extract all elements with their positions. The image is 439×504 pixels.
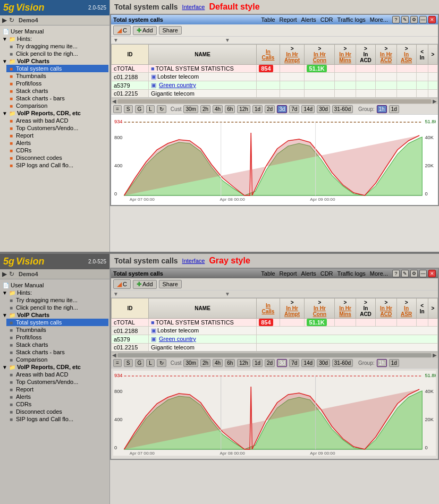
col-in-hr-acd[interactable]: >In HrACD bbox=[376, 45, 396, 65]
col-in-asr[interactable]: >InASR bbox=[396, 45, 416, 65]
btn-group-1h-b[interactable]: 1h bbox=[377, 359, 387, 367]
chart-btn-eq[interactable]: = bbox=[113, 105, 122, 113]
filter-button-b[interactable]: ◢ C bbox=[113, 279, 131, 289]
btn-6h-b[interactable]: 6h bbox=[225, 359, 235, 367]
btn-2d-b[interactable]: 2d bbox=[265, 359, 275, 367]
sidebar-bottom-thumbnails[interactable]: ■ Thumbnails bbox=[6, 326, 108, 334]
btn-1d-b[interactable]: 1d bbox=[252, 359, 263, 367]
sidebar-item-sip-logs[interactable]: ■ SIP logs and Call flo... bbox=[6, 161, 108, 169]
col-in-acd[interactable]: >InACD bbox=[356, 45, 376, 65]
sidebar-bottom-cdrs[interactable]: ■ CDRs bbox=[6, 400, 108, 408]
sidebar-bottom-top-customers[interactable]: ■ Top Customers/Vendo... bbox=[6, 378, 108, 386]
chart-btn-s[interactable]: S bbox=[124, 105, 133, 113]
sidebar-bottom-voip-reports[interactable]: ▼ 📁 VoIP Reports, CDR, etc bbox=[1, 363, 108, 371]
back-icon[interactable]: ▶ bbox=[2, 16, 7, 24]
sidebar-item-total-calls[interactable]: ■ Total system calls bbox=[6, 65, 108, 72]
scroll-left[interactable]: ◀ bbox=[112, 98, 116, 104]
btn-12h-b[interactable]: 12h bbox=[237, 359, 250, 367]
sidebar-bottom-sip-logs[interactable]: ■ SIP logs and Call flo... bbox=[6, 415, 108, 423]
btn-group-1h[interactable]: 1h bbox=[377, 105, 387, 113]
menu-table-b[interactable]: Table bbox=[261, 270, 275, 277]
sidebar-item-comparison[interactable]: ■ Comparison bbox=[6, 102, 108, 109]
help-icon[interactable]: ? bbox=[392, 16, 400, 23]
chart-btn-g-b[interactable]: G bbox=[135, 359, 145, 367]
col-in-calls-b[interactable]: InCalls bbox=[257, 298, 280, 319]
col-in-acd-b[interactable]: >InACD bbox=[356, 298, 376, 319]
menu-more-b[interactable]: More... bbox=[370, 270, 388, 277]
interface-link-bottom[interactable]: Interface bbox=[182, 258, 205, 264]
col-in-hr-mins-b[interactable]: >In HrMins bbox=[335, 298, 356, 319]
col-in-b[interactable]: <In bbox=[416, 298, 428, 319]
col-in-hr-acd-b[interactable]: >In HrACD bbox=[376, 298, 396, 319]
chart-btn-refresh-b[interactable]: ↻ bbox=[157, 359, 166, 367]
chart-btn-g[interactable]: G bbox=[135, 105, 145, 113]
close-icon-b[interactable]: ✕ bbox=[428, 270, 436, 277]
menu-cdr-b[interactable]: CDR bbox=[320, 270, 333, 277]
green-country-link-b[interactable]: Green country bbox=[159, 336, 196, 342]
sidebar-item-stack-charts[interactable]: ■ Stack charts bbox=[6, 87, 108, 95]
sidebar-item-bad-acd[interactable]: ■ Areas with bad ACD bbox=[6, 117, 108, 124]
btn-2h-b[interactable]: 2h bbox=[200, 359, 210, 367]
col-in-hr-mins[interactable]: >In HrMins bbox=[335, 45, 356, 65]
menu-more[interactable]: More... bbox=[370, 16, 388, 23]
sidebar-bottom-voip-charts[interactable]: ▼ 📁 VoIP Charts bbox=[1, 311, 108, 319]
sidebar-bottom-bad-acd[interactable]: ■ Areas with bad ACD bbox=[6, 371, 108, 378]
sidebar-bottom-pencil-hint[interactable]: ■ Click pencil to the righ... bbox=[6, 304, 108, 311]
sidebar-bottom-disconnect[interactable]: ■ Disconnect codes bbox=[6, 408, 108, 415]
chart-btn-s-b[interactable]: S bbox=[124, 359, 133, 367]
dropdown-arrow-left[interactable]: ▼ bbox=[113, 37, 119, 43]
btn-3d[interactable]: 3d bbox=[277, 105, 287, 113]
menu-traffic-b[interactable]: Traffic logs bbox=[337, 270, 366, 277]
col-in-hr-conn-b[interactable]: >In HrConn bbox=[305, 298, 335, 319]
minimize-icon-b[interactable]: — bbox=[419, 270, 427, 277]
refresh-icon-bottom[interactable]: ↻ bbox=[9, 270, 14, 278]
share-button[interactable]: Share bbox=[159, 26, 182, 35]
dropdown-arrow-left-b[interactable]: ▼ bbox=[113, 291, 119, 297]
sidebar-bottom-hints[interactable]: ▼ 📁 Hints: bbox=[1, 289, 108, 296]
scroll-right[interactable]: ▶ bbox=[433, 98, 437, 104]
sidebar-bottom-comparison[interactable]: ■ Comparison bbox=[6, 356, 108, 363]
refresh-icon[interactable]: ↻ bbox=[9, 16, 14, 24]
sidebar-item-pencil-hint[interactable]: ■ Click pencil to the righ... bbox=[6, 50, 108, 57]
menu-table[interactable]: Table bbox=[261, 16, 275, 23]
green-country-link[interactable]: Green country bbox=[159, 82, 196, 88]
btn-30d[interactable]: 30d bbox=[317, 105, 330, 113]
filter-button[interactable]: ◢ C bbox=[113, 25, 131, 35]
btn-14d-b[interactable]: 14d bbox=[301, 359, 315, 367]
sidebar-item-stack-charts-bars[interactable]: ■ Stack charts - bars bbox=[6, 95, 108, 102]
btn-1d[interactable]: 1d bbox=[252, 105, 263, 113]
sidebar-item-user-manual[interactable]: 📄 User Manual bbox=[1, 28, 108, 35]
settings-icon-b[interactable]: ⚙ bbox=[410, 270, 418, 277]
sidebar-item-report[interactable]: ■ Report bbox=[6, 132, 108, 139]
btn-2d[interactable]: 2d bbox=[265, 105, 275, 113]
btn-4h-b[interactable]: 4h bbox=[213, 359, 223, 367]
col-in[interactable]: <In bbox=[416, 45, 428, 65]
btn-30d-b[interactable]: 30d bbox=[317, 359, 330, 367]
btn-30m[interactable]: 30m bbox=[183, 105, 198, 113]
menu-alerts-b[interactable]: Alerts bbox=[301, 270, 316, 277]
share-button-b[interactable]: Share bbox=[159, 280, 182, 288]
sidebar-bottom-report[interactable]: ■ Report bbox=[6, 386, 108, 393]
chart-btn-eq-b[interactable]: = bbox=[113, 359, 122, 367]
menu-report[interactable]: Report bbox=[280, 16, 297, 23]
chart-btn-l[interactable]: L bbox=[146, 105, 155, 113]
btn-3d-b[interactable]: 3d bbox=[277, 359, 287, 367]
sidebar-bottom-drag-hint[interactable]: ■ Try dragging menu ite... bbox=[6, 296, 108, 304]
menu-alerts[interactable]: Alerts bbox=[301, 16, 316, 23]
dropdown-arrow-right[interactable]: ▼ bbox=[225, 37, 230, 43]
col-id[interactable]: ID bbox=[112, 45, 149, 65]
sidebar-bottom-total-calls[interactable]: ■ Total system calls bbox=[6, 319, 108, 326]
col-more-b[interactable]: > bbox=[428, 298, 437, 319]
scroll-left-b[interactable]: ◀ bbox=[112, 352, 116, 358]
col-name-b[interactable]: NAME bbox=[149, 298, 257, 319]
interface-link-top[interactable]: Interface bbox=[182, 4, 205, 10]
sidebar-item-alerts[interactable]: ■ Alerts bbox=[6, 139, 108, 147]
menu-cdr[interactable]: CDR bbox=[320, 16, 333, 23]
col-more[interactable]: > bbox=[428, 45, 437, 65]
minimize-icon[interactable]: — bbox=[419, 16, 427, 23]
btn-31-60d-b[interactable]: 31-60d bbox=[332, 359, 353, 367]
col-in-calls[interactable]: InCalls bbox=[257, 45, 280, 65]
dropdown-arrow-right-b[interactable]: ▼ bbox=[225, 291, 230, 297]
sidebar-bottom-user-manual[interactable]: 📄 User Manual bbox=[1, 281, 108, 289]
close-icon[interactable]: ✕ bbox=[428, 16, 436, 23]
